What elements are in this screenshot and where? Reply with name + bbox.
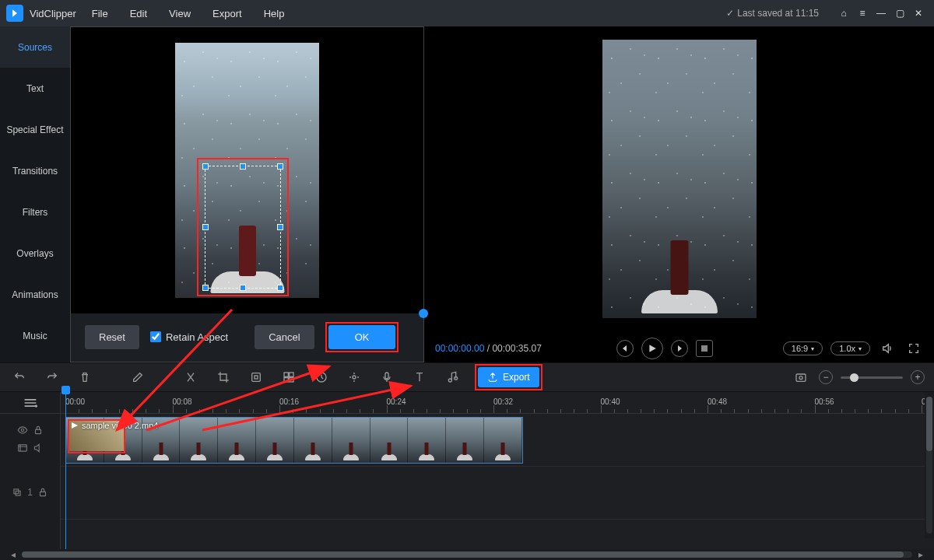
crop-handle-bl[interactable] — [202, 285, 209, 291]
crop-handle-tl[interactable] — [202, 163, 209, 170]
svg-rect-18 — [16, 491, 20, 495]
lock-icon[interactable] — [37, 487, 48, 500]
zoom-slider[interactable] — [841, 376, 903, 379]
timeline-ruler[interactable]: 00:0000:0800:1600:2400:3200:4000:4800:56… — [61, 392, 934, 414]
time-duration: 00:00:35.07 — [492, 343, 541, 354]
stop-button[interactable] — [696, 340, 713, 357]
video-track-header — [0, 414, 60, 467]
menu-edit[interactable]: Edit — [130, 8, 147, 19]
lock-icon[interactable] — [33, 425, 44, 438]
mute-icon[interactable] — [33, 443, 44, 456]
svg-rect-15 — [35, 429, 40, 433]
hamburger-icon[interactable]: ≡ — [853, 4, 872, 23]
svg-point-11 — [455, 376, 458, 380]
ruler-mark: 00:16 — [279, 397, 299, 406]
home-icon[interactable]: ⌂ — [834, 4, 853, 23]
menu-file[interactable]: File — [92, 8, 108, 19]
prev-frame-button[interactable] — [616, 340, 634, 357]
minimize-button[interactable]: — — [872, 4, 890, 23]
aspect-selector[interactable]: 16:9▾ — [783, 341, 823, 355]
mosaic-tool-icon[interactable] — [279, 367, 299, 387]
duration-tool-icon[interactable] — [344, 367, 364, 387]
sidebar-item-text[interactable]: Text — [0, 68, 70, 109]
app-name: VidClipper — [30, 8, 76, 19]
svg-rect-19 — [40, 492, 45, 495]
menu-help[interactable]: Help — [264, 8, 285, 19]
sidebar-item-overlays[interactable]: Overlays — [0, 233, 70, 274]
svg-rect-2 — [255, 376, 258, 379]
export-button[interactable]: Export — [478, 367, 539, 387]
redo-button[interactable] — [42, 367, 62, 387]
ruler-mark: 00:32 — [493, 397, 513, 406]
split-tool-icon[interactable] — [181, 367, 201, 387]
scroll-left-icon[interactable]: ◂ — [11, 549, 16, 560]
close-button[interactable]: ✕ — [909, 4, 928, 23]
sidebar-item-animations[interactable]: Animations — [0, 274, 70, 315]
crop-handle-mr[interactable] — [277, 224, 283, 230]
svg-rect-5 — [284, 378, 288, 382]
freeze-tool-icon[interactable] — [311, 367, 332, 387]
maximize-button[interactable]: ▢ — [890, 4, 909, 23]
menu-export[interactable]: Export — [212, 8, 242, 19]
sidebar-item-transitions[interactable]: Transitions — [0, 150, 70, 191]
undo-button[interactable] — [9, 367, 30, 387]
reset-button[interactable]: Reset — [85, 325, 139, 349]
eye-icon[interactable] — [17, 425, 28, 438]
next-frame-button[interactable] — [671, 340, 688, 357]
svg-point-14 — [21, 429, 24, 432]
crop-handle-bm[interactable] — [240, 285, 246, 291]
check-icon: ✓ — [726, 8, 734, 19]
volume-icon[interactable] — [878, 339, 897, 358]
timeline-vscroll[interactable] — [925, 392, 934, 538]
video-clip[interactable]: sample video 2.mp4 — [65, 417, 523, 464]
delete-button[interactable] — [75, 367, 95, 387]
speed-selector[interactable]: 1.0x▾ — [830, 341, 870, 355]
crop-source-image[interactable] — [175, 43, 319, 298]
crop-selection[interactable] — [205, 166, 281, 289]
svg-rect-1 — [252, 373, 261, 382]
crop-selection-highlight — [197, 158, 289, 296]
overlay-track-header: 1 — [0, 467, 60, 520]
edit-tool-icon[interactable] — [128, 367, 148, 387]
sidebar-item-special-effect[interactable]: Special Effect — [0, 109, 70, 150]
crop-handle-ml[interactable] — [202, 224, 209, 230]
zoom-in-button[interactable]: + — [911, 370, 925, 384]
marker-tool-icon[interactable] — [246, 367, 266, 387]
retain-aspect-checkbox[interactable] — [150, 331, 161, 342]
svg-rect-6 — [290, 378, 293, 382]
overlay-track[interactable] — [61, 467, 934, 520]
fullscreen-icon[interactable] — [904, 339, 923, 358]
snapshot-icon[interactable] — [791, 367, 811, 387]
track-manager-button[interactable] — [0, 392, 60, 414]
ruler-mark: 00:48 — [708, 397, 727, 406]
crop-handle-br[interactable] — [277, 285, 283, 291]
export-highlight: Export — [475, 364, 542, 390]
sidebar-item-filters[interactable]: Filters — [0, 191, 70, 233]
sidebar-item-music[interactable]: Music — [0, 315, 70, 356]
scroll-right-icon[interactable]: ▸ — [918, 549, 923, 560]
crop-panel: Reset Retain Aspect Cancel OK — [70, 26, 424, 362]
menu-view[interactable]: View — [169, 8, 191, 19]
svg-rect-9 — [385, 373, 388, 379]
voiceover-tool-icon[interactable] — [377, 367, 397, 387]
ok-button[interactable]: OK — [328, 325, 396, 349]
sidebar-item-sources[interactable]: Sources — [0, 26, 70, 68]
timeline-hscroll[interactable]: ◂ ▸ — [0, 549, 934, 560]
export-icon — [487, 372, 498, 383]
retain-aspect-checkbox-row[interactable]: Retain Aspect — [150, 331, 228, 343]
video-track[interactable]: sample video 2.mp4 — [61, 414, 934, 467]
svg-rect-16 — [18, 445, 26, 451]
playhead[interactable] — [65, 392, 66, 549]
timeline-toolbar: Export − + — [0, 362, 934, 392]
audio-tool-icon[interactable] — [442, 367, 462, 387]
cancel-button[interactable]: Cancel — [255, 325, 314, 349]
crop-handle-tm[interactable] — [240, 163, 246, 170]
crop-tool-icon[interactable] — [213, 367, 234, 387]
play-button[interactable] — [641, 338, 663, 359]
text-tool-icon[interactable] — [409, 367, 430, 387]
crop-handle-tr[interactable] — [277, 163, 283, 170]
preview-image — [602, 40, 757, 318]
zoom-out-button[interactable]: − — [819, 370, 833, 384]
timeline: 1 00:0000:0800:1600:2400:3200:4000:4800:… — [0, 392, 934, 560]
svg-point-8 — [353, 376, 356, 379]
